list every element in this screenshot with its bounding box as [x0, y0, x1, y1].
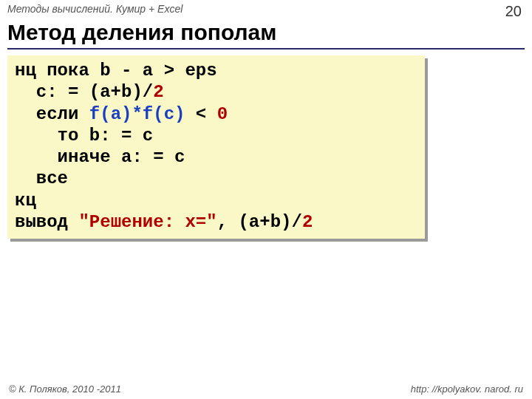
- header-row: Методы вычислений. Кумир + Excel 20: [0, 0, 532, 20]
- code-kw: кц: [15, 191, 36, 211]
- course-title: Методы вычислений. Кумир + Excel: [7, 3, 183, 15]
- code-text: <: [185, 104, 216, 124]
- code-text: b - a > eps: [89, 61, 228, 81]
- page-number: 20: [505, 3, 522, 20]
- code-kw: вывод: [15, 212, 68, 232]
- code-str: "Решение: x=": [78, 212, 216, 232]
- footer-url: http: //kpolyakov. narod. ru: [411, 383, 523, 395]
- code-text: [15, 104, 36, 124]
- code-text: c: = (a+b)/: [15, 82, 153, 102]
- code-text: b: = c: [78, 126, 163, 146]
- code-wrap: нц пока b - a > eps c: = (a+b)/2 если f(…: [0, 50, 532, 239]
- code-text: , (a+b)/: [217, 212, 302, 232]
- slide-title: Метод деления пополам: [0, 20, 532, 48]
- code-kw: то: [15, 126, 78, 146]
- code-fn: f(a)*f(c): [89, 104, 185, 124]
- code-num: 0: [217, 104, 228, 124]
- code-box: нц пока b - a > eps c: = (a+b)/2 если f(…: [7, 55, 425, 239]
- code-text: [68, 212, 78, 232]
- code-kw: нц пока: [15, 61, 89, 81]
- footer: © К. Поляков, 2010 -2011 http: //kpolyak…: [0, 383, 532, 395]
- code-kw: иначе: [15, 147, 111, 167]
- code-num: 2: [302, 212, 313, 232]
- copyright: © К. Поляков, 2010 -2011: [9, 383, 121, 395]
- code-text: a: = c: [111, 147, 196, 167]
- slide: Методы вычислений. Кумир + Excel 20 Мето…: [0, 0, 532, 399]
- code-kw: если: [36, 104, 79, 124]
- code-kw: все: [15, 168, 68, 188]
- code-text: [78, 104, 89, 124]
- code-num: 2: [153, 82, 163, 102]
